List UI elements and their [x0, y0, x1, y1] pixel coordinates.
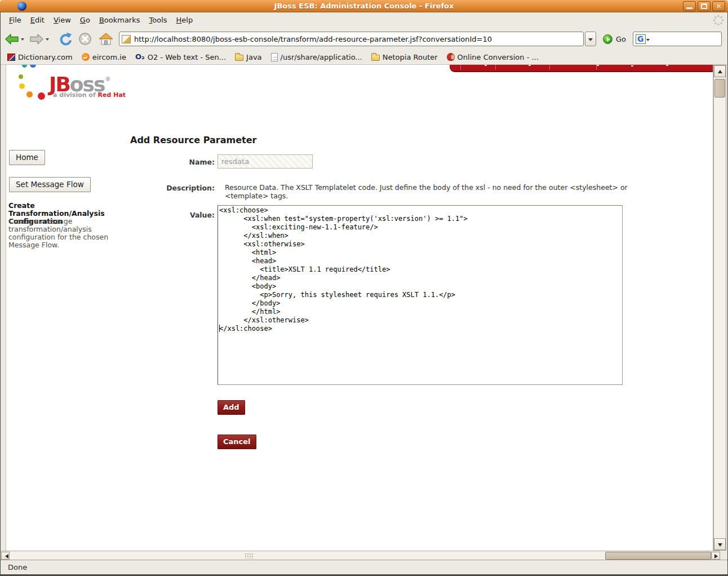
- minimize-button[interactable]: [683, 1, 696, 11]
- bookmark-dictionary[interactable]: Dictionary.com: [7, 53, 73, 61]
- chevron-down-icon: [21, 38, 24, 42]
- menu-help[interactable]: Help: [172, 12, 198, 28]
- status-text: Done: [8, 560, 27, 574]
- name-field[interactable]: [217, 154, 313, 169]
- bookmark-label: /usr/share/applicatio...: [281, 53, 362, 61]
- value-textarea[interactable]: <xsl:choose> <xsl:when test="system-prop…: [217, 205, 623, 385]
- bookmark-netopia-folder[interactable]: Netopia Router: [371, 53, 438, 61]
- menu-bookmarks[interactable]: Bookmarks: [95, 12, 145, 28]
- bookmark-o2[interactable]: O₂ O2 - Web text - Sen...: [135, 53, 226, 61]
- window-title: JBoss ESB: Administration Console - Fire…: [0, 0, 728, 12]
- document-icon: [271, 53, 278, 61]
- arrow-down-icon: [718, 543, 722, 549]
- online-conversion-favicon: [447, 53, 455, 61]
- bookmark-label: O2 - Web text - Sen...: [148, 53, 226, 61]
- bookmark-eircom[interactable]: eircom.ie: [82, 53, 126, 61]
- close-icon: ✕: [713, 2, 725, 11]
- bookmark-label: Online Conversion - ...: [458, 53, 539, 61]
- description-label: Description:: [153, 184, 215, 192]
- back-dropdown[interactable]: [20, 33, 25, 45]
- bookmark-label: Java: [246, 53, 261, 61]
- name-label: Name:: [164, 158, 215, 166]
- horizontal-scrollbar-thumb[interactable]: [605, 552, 711, 560]
- scroll-down-button[interactable]: [714, 538, 726, 550]
- jboss-tagline: a division of Red Hat: [53, 91, 126, 99]
- home-nav-button[interactable]: Home: [9, 150, 45, 165]
- bookmark-label: Netopia Router: [383, 53, 438, 61]
- description-text: Resource Data. The XSLT Templatelet code…: [225, 184, 646, 200]
- bookmarks-toolbar: Dictionary.com eircom.ie O₂ O2 - Web tex…: [1, 50, 727, 65]
- scroll-right-button[interactable]: [711, 552, 720, 560]
- back-button[interactable]: [5, 33, 19, 45]
- maximize-button[interactable]: [698, 1, 711, 11]
- forward-dropdown[interactable]: [45, 33, 50, 45]
- go-icon: [603, 34, 612, 44]
- reload-button[interactable]: [58, 32, 73, 46]
- back-arrow-icon: [5, 33, 19, 45]
- scrollbar-corner: [720, 551, 727, 560]
- navigation-toolbar: Go G: [1, 28, 727, 50]
- arrow-right-icon: [714, 554, 720, 559]
- text-caret: [219, 325, 220, 332]
- bookmark-online-conversion[interactable]: Online Conversion - ...: [447, 53, 539, 61]
- url-bar[interactable]: [119, 32, 584, 46]
- home-toolbar-button[interactable]: [99, 33, 113, 45]
- arrow-left-icon: [3, 554, 8, 559]
- folder-icon: [235, 55, 243, 61]
- menu-go[interactable]: Go: [76, 12, 95, 28]
- home-icon: [99, 33, 113, 45]
- menu-tools[interactable]: Tools: [145, 12, 172, 28]
- dictionary-book-icon: [7, 54, 15, 61]
- search-input[interactable]: [652, 35, 720, 43]
- menu-bar: File Edit View Go Bookmarks Tools Help: [1, 12, 727, 28]
- cancel-button[interactable]: Cancel: [217, 435, 256, 449]
- search-box[interactable]: G: [633, 32, 722, 46]
- minimize-icon: [686, 7, 693, 9]
- menu-view[interactable]: View: [49, 12, 76, 28]
- browser-window: JBoss ESB: Administration Console - Fire…: [0, 0, 728, 576]
- arrow-up-icon: [718, 68, 722, 73]
- vertical-scrollbar-thumb[interactable]: [714, 79, 725, 98]
- search-engine-dropdown[interactable]: [646, 39, 650, 43]
- throbber-icon: [712, 14, 725, 26]
- stop-icon: [78, 32, 92, 46]
- eircom-swirl-icon: [82, 53, 90, 61]
- bookmark-label: eircom.ie: [92, 53, 126, 61]
- page-title: Add Resource Parameter: [130, 135, 256, 145]
- menu-edit[interactable]: Edit: [26, 12, 49, 28]
- value-label: Value:: [164, 211, 215, 219]
- page-content: JBoss® a division of Red Hat Add Resourc…: [6, 65, 713, 551]
- url-history-dropdown[interactable]: [585, 32, 596, 46]
- window-border: [0, 12, 1, 576]
- vertical-scrollbar[interactable]: [713, 65, 726, 551]
- sidebar-section-description: Create a message transformation/analysis…: [8, 218, 113, 249]
- add-button[interactable]: Add: [217, 400, 245, 415]
- go-button[interactable]: Go: [603, 34, 626, 44]
- url-input[interactable]: [134, 35, 581, 43]
- bookmark-java-folder[interactable]: Java: [235, 53, 261, 61]
- registered-mark: ®: [105, 76, 110, 82]
- folder-icon: [371, 55, 380, 61]
- google-icon: G: [636, 34, 646, 44]
- go-label: Go: [616, 35, 626, 43]
- scroll-up-button[interactable]: [714, 65, 726, 77]
- bookmark-label: Dictionary.com: [18, 53, 73, 61]
- title-bar: JBoss ESB: Administration Console - Fire…: [0, 0, 728, 12]
- status-bar: Done: [1, 560, 727, 574]
- scrollbar-grip-dots: [245, 553, 254, 559]
- set-message-flow-button[interactable]: Set Message Flow: [9, 177, 91, 192]
- o2-logo-icon: O₂: [135, 53, 145, 61]
- maximize-icon: [701, 3, 707, 9]
- menu-file[interactable]: File: [5, 12, 26, 28]
- top-nav-banner: [450, 65, 713, 72]
- scroll-left-button[interactable]: [1, 552, 10, 560]
- chevron-down-icon: [588, 38, 593, 43]
- stop-button[interactable]: [78, 32, 92, 46]
- bookmark-usr-share[interactable]: /usr/share/applicatio...: [271, 53, 362, 61]
- reload-icon: [58, 32, 73, 46]
- chevron-down-icon: [46, 38, 49, 42]
- horizontal-scrollbar[interactable]: [1, 551, 727, 560]
- forward-button[interactable]: [30, 33, 43, 45]
- close-button[interactable]: ✕: [712, 1, 725, 11]
- forward-arrow-icon: [30, 33, 43, 45]
